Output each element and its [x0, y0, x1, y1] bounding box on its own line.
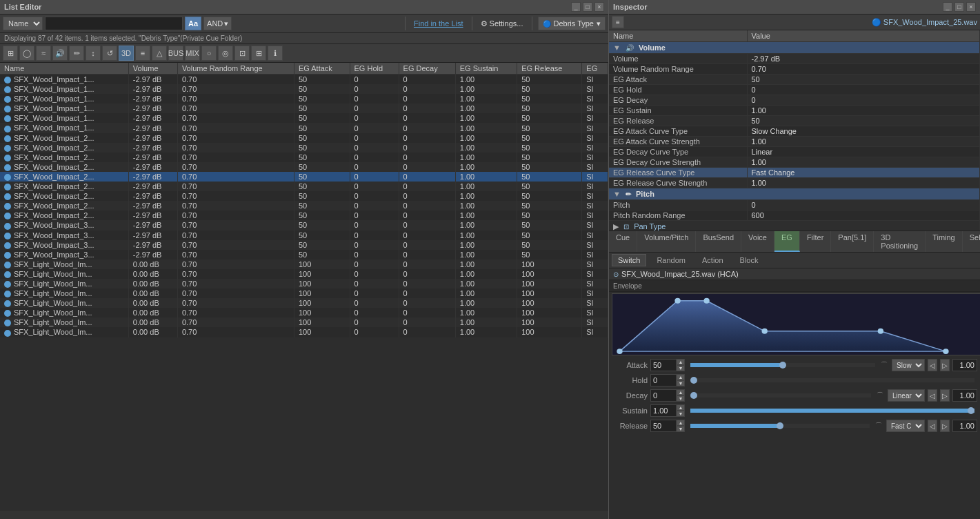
attack-curve-select[interactable]: Slow: [892, 359, 925, 371]
decay-up[interactable]: ▲: [677, 389, 685, 395]
table-row[interactable]: SFX_Light_Wood_Im... 0.00 dB 0.70 100 0 …: [0, 298, 608, 308]
table-row[interactable]: SFX_Wood_Impact_3... -2.97 dB 0.70 50 0 …: [0, 220, 608, 230]
table-row[interactable]: SFX_Wood_Impact_2... -2.97 dB 0.70 50 0 …: [0, 143, 608, 153]
icon-btn-1[interactable]: ⊞: [3, 46, 18, 61]
tab-3d-pos[interactable]: 3D Positioning: [874, 231, 926, 252]
subtab-action[interactable]: Action: [696, 254, 730, 266]
col-name[interactable]: Name: [0, 63, 128, 75]
table-row[interactable]: SFX_Light_Wood_Im... 0.00 dB 0.70 100 0 …: [0, 279, 608, 288]
hold-input[interactable]: [650, 374, 677, 386]
insp-icon-btn[interactable]: ≡: [612, 16, 624, 28]
table-row[interactable]: SFX_Wood_Impact_2... -2.97 dB 0.70 50 0 …: [0, 210, 608, 220]
decay-strength-input[interactable]: [952, 389, 977, 402]
decay-curve-btn[interactable]: ◁: [928, 389, 937, 402]
col-egh[interactable]: EG Hold: [350, 63, 399, 75]
hold-down[interactable]: ▼: [677, 380, 685, 386]
table-row[interactable]: SFX_Wood_Impact_1... -2.97 dB 0.70 50 0 …: [0, 104, 608, 113]
release-up[interactable]: ▲: [677, 420, 685, 426]
attack-spinbox[interactable]: ▲ ▼: [650, 359, 685, 371]
col-egd[interactable]: EG Decay: [399, 63, 455, 75]
tab-timing[interactable]: Timing: [926, 231, 963, 252]
col-ega[interactable]: EG Attack: [294, 63, 350, 75]
release-input[interactable]: [650, 420, 677, 432]
icon-btn-3d[interactable]: 3D: [119, 46, 134, 61]
insp-minimize-button[interactable]: _: [943, 2, 952, 12]
close-button[interactable]: ×: [594, 2, 604, 12]
decay-curve-select[interactable]: Linear: [888, 389, 925, 402]
col-volume[interactable]: Volume: [128, 63, 177, 75]
hold-spinbox[interactable]: ▲ ▼: [650, 374, 685, 386]
insp-maximize-button[interactable]: □: [954, 2, 964, 12]
icon-btn-3[interactable]: ≈: [36, 46, 51, 61]
sustain-spinbox[interactable]: ▲ ▼: [650, 404, 685, 417]
decay-down[interactable]: ▼: [677, 395, 685, 402]
release-slider[interactable]: [690, 424, 870, 428]
release-curve-select[interactable]: Fast C: [886, 420, 925, 432]
tab-selector[interactable]: Selector: [963, 231, 980, 252]
search-input[interactable]: [45, 17, 183, 30]
attack-curve-btn2[interactable]: ▷: [940, 359, 950, 371]
find-in-list-button[interactable]: Find in the List: [411, 19, 466, 28]
icon-btn-5[interactable]: ✏: [69, 46, 84, 61]
table-row[interactable]: SFX_Light_Wood_Im... 0.00 dB 0.70 100 0 …: [0, 260, 608, 269]
table-row[interactable]: SFX_Wood_Impact_1... -2.97 dB 0.70 50 0 …: [0, 94, 608, 104]
sustain-slider[interactable]: [690, 409, 974, 413]
attack-down[interactable]: ▼: [677, 365, 685, 371]
pitch-section-toggle[interactable]: ▼: [613, 190, 621, 198]
sustain-up[interactable]: ▲: [677, 404, 685, 411]
release-slider-thumb[interactable]: [777, 422, 783, 429]
table-row[interactable]: SFX_Wood_Impact_2... -2.97 dB 0.70 50 0 …: [0, 153, 608, 162]
list-table-container[interactable]: Name Volume Volume Random Range EG Attac…: [0, 63, 608, 511]
attack-strength-input[interactable]: [952, 359, 977, 371]
table-row[interactable]: SFX_Wood_Impact_2... -2.97 dB 0.70 50 0 …: [0, 162, 608, 172]
hold-slider-thumb[interactable]: [690, 377, 697, 384]
icon-btn-15[interactable]: ⊞: [251, 46, 266, 61]
table-row[interactable]: SFX_Wood_Impact_3... -2.97 dB 0.70 50 0 …: [0, 231, 608, 240]
icon-btn-6[interactable]: ↕: [86, 46, 101, 61]
attack-slider[interactable]: [690, 363, 875, 367]
icon-btn-11[interactable]: MIX: [185, 46, 200, 61]
volume-section-toggle[interactable]: ▼: [613, 43, 621, 52]
envelope-display[interactable]: [612, 293, 980, 355]
subtab-block[interactable]: Block: [734, 254, 765, 266]
minimize-button[interactable]: _: [571, 2, 581, 12]
tab-volume-pitch[interactable]: Volume/Pitch: [637, 231, 696, 252]
insp-close-button[interactable]: ×: [966, 2, 976, 12]
table-row[interactable]: SFX_Wood_Impact_1... -2.97 dB 0.70 50 0 …: [0, 123, 608, 133]
table-row[interactable]: SFX_Wood_Impact_1... -2.97 dB 0.70 50 0 …: [0, 84, 608, 94]
and-button[interactable]: AND ▾: [203, 17, 232, 30]
icon-btn-14[interactable]: ⊡: [234, 46, 250, 61]
settings-button[interactable]: ⚙ Settings...: [478, 19, 526, 29]
icon-btn-8[interactable]: ≡: [135, 46, 150, 61]
table-row[interactable]: SFX_Wood_Impact_2... -2.97 dB 0.70 50 0 …: [0, 133, 608, 143]
table-row[interactable]: SFX_Wood_Impact_2... -2.97 dB 0.70 50 0 …: [0, 172, 608, 182]
table-row[interactable]: SFX_Light_Wood_Im... 0.00 dB 0.70 100 0 …: [0, 288, 608, 298]
decay-input[interactable]: [650, 389, 677, 402]
tab-eg[interactable]: EG: [774, 231, 800, 252]
sustain-slider-thumb[interactable]: [968, 407, 974, 414]
tab-filter[interactable]: Filter: [800, 231, 831, 252]
release-strength-input[interactable]: [952, 420, 977, 432]
icon-btn-7[interactable]: ↺: [102, 46, 117, 61]
table-row[interactable]: SFX_Wood_Impact_1... -2.97 dB 0.70 50 0 …: [0, 75, 608, 85]
table-row[interactable]: SFX_Wood_Impact_1... -2.97 dB 0.70 50 0 …: [0, 113, 608, 123]
icon-btn-9[interactable]: △: [152, 46, 167, 61]
hold-slider[interactable]: [690, 378, 974, 382]
aa-button[interactable]: Aa: [185, 17, 201, 30]
icon-btn-2[interactable]: ◯: [19, 46, 34, 61]
table-row[interactable]: SFX_Wood_Impact_2... -2.97 dB 0.70 50 0 …: [0, 191, 608, 201]
release-curve-btn[interactable]: ◁: [928, 420, 937, 432]
icon-btn-4[interactable]: 🔊: [52, 46, 68, 61]
sustain-down[interactable]: ▼: [677, 411, 685, 417]
table-row[interactable]: SFX_Wood_Impact_2... -2.97 dB 0.70 50 0 …: [0, 182, 608, 191]
icon-btn-10[interactable]: BUS: [168, 46, 183, 61]
maximize-button[interactable]: □: [583, 2, 592, 12]
decay-curve-btn2[interactable]: ▷: [940, 389, 950, 402]
tab-voice[interactable]: Voice: [741, 231, 774, 252]
pan-type-toggle[interactable]: ▶: [613, 222, 619, 231]
tab-pan51[interactable]: Pan[5.1]: [831, 231, 874, 252]
attack-curve-btn[interactable]: ◁: [928, 359, 937, 371]
attack-input[interactable]: [650, 359, 677, 371]
release-curve-btn2[interactable]: ▷: [940, 420, 950, 432]
attack-slider-thumb[interactable]: [779, 362, 786, 369]
